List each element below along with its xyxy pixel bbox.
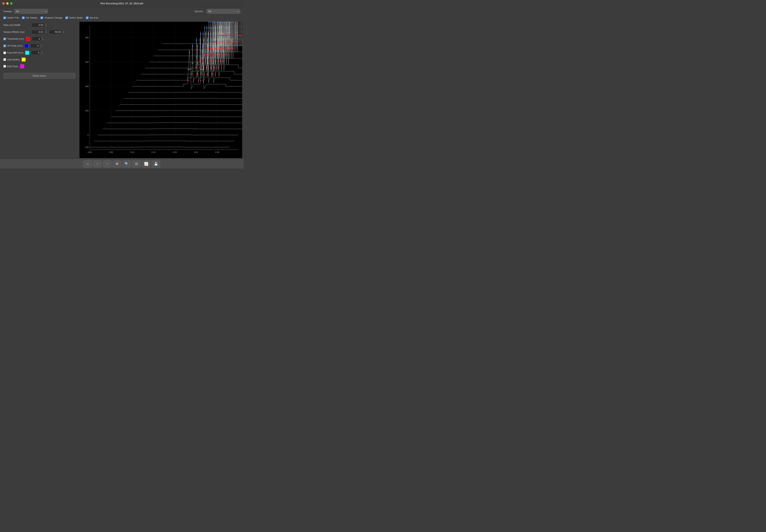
window-title: Plot Recording:2021_07_20_0010.abf (100, 2, 143, 5)
raw-line-width-label: Raw Line Width (3, 24, 30, 26)
raw-line-width-input[interactable] (31, 23, 45, 27)
ap-peak-size-spin: ▲ ▼ (30, 44, 42, 48)
set-sweep-checkbox[interactable] (22, 16, 25, 19)
fast-ahp-size-up[interactable]: ▲ (41, 51, 43, 53)
zoom-button[interactable]: 🔍 (122, 160, 131, 167)
raw-line-width-spin: ▲ ▼ (31, 23, 47, 27)
bottom-toolbar: ⌂ ← → ✥ 🔍 ⚙ 📈 💾 (0, 159, 244, 169)
sweep-offset-x-arrows: ▲ ▼ (45, 30, 47, 34)
switch-file-label: Switch File (7, 16, 19, 19)
sweep-offset-y-spin: ▲ ▼ (49, 30, 65, 34)
analysis-change-checkbox[interactable] (40, 16, 43, 19)
ap-peak-label: AP Peak (mV) (7, 44, 22, 47)
threshold-size-down[interactable]: ▼ (42, 39, 44, 41)
minimize-button[interactable] (6, 2, 9, 5)
edd-rate-label: EDD Rate (7, 65, 18, 68)
select-spike-checkbox[interactable] (65, 16, 68, 19)
set-sweep-label: Set Sweep (26, 16, 37, 19)
forward-button[interactable]: → (103, 160, 111, 167)
threshold-size-up[interactable]: ▲ (42, 37, 44, 39)
main-container: Sweeps All Selected Epochs All Selected … (0, 7, 244, 169)
fast-ahp-label: Fast AHP (mV) (7, 51, 23, 54)
threshold-checkbox[interactable] (3, 38, 6, 40)
toolbar-row2: Switch File Set Sweep Analysis Change Se… (3, 16, 240, 19)
reset-zoom-button[interactable]: Reset Zoom (3, 73, 75, 79)
sweep-offset-x-input[interactable] (31, 30, 45, 34)
threshold-color-swatch[interactable] (26, 37, 30, 41)
threshold-size-arrows: ▲ ▼ (42, 37, 44, 41)
half-widths-checkbox[interactable] (3, 58, 6, 61)
set-axis-checkbox[interactable] (86, 16, 88, 19)
threshold-size-input[interactable] (32, 37, 41, 41)
threshold-row: Threshold (mV) ▲ ▼ (3, 37, 75, 41)
ap-peak-size-input[interactable] (30, 44, 40, 48)
epochs-label: Epochs (195, 10, 203, 13)
settings-button[interactable]: ⚙ (132, 160, 141, 167)
left-panel: Raw Line Width ▲ ▼ Sweep Offsets (x/y) ▲ (0, 21, 79, 159)
sweeps-label: Sweeps (3, 10, 12, 13)
fast-ahp-checkbox[interactable] (3, 51, 6, 54)
epochs-dropdown-wrap: All Selected (207, 9, 240, 14)
window-controls (2, 2, 13, 5)
ap-peak-color-swatch[interactable] (24, 44, 28, 48)
sweep-offset-x-spin: ▲ ▼ (31, 30, 47, 34)
checkbox-switch-file[interactable]: Switch File (3, 16, 19, 19)
edd-rate-checkbox[interactable] (3, 65, 6, 68)
chart-canvas[interactable] (79, 22, 242, 158)
checkbox-set-axis[interactable]: Set Axis (86, 16, 98, 19)
checkbox-set-sweep[interactable]: Set Sweep (22, 16, 37, 19)
sweep-offset-y-input[interactable] (49, 30, 62, 34)
half-widths-row: Half-Widths (3, 57, 75, 62)
edd-rate-checkbox-wrap[interactable]: EDD Rate (3, 65, 18, 68)
raw-line-width-down[interactable]: ▼ (45, 25, 47, 27)
epochs-dropdown[interactable]: All Selected (207, 9, 240, 14)
half-widths-checkbox-wrap[interactable]: Half-Widths (3, 58, 20, 61)
pan-button[interactable]: ✥ (113, 160, 121, 167)
fast-ahp-checkbox-wrap[interactable]: Fast AHP (mV) (3, 51, 23, 54)
sweep-offset-y-up[interactable]: ▲ (63, 30, 65, 32)
raw-line-width-up[interactable]: ▲ (45, 23, 47, 25)
fast-ahp-size-arrows: ▲ ▼ (41, 51, 43, 55)
sweeps-dropdown-wrap: All Selected (14, 9, 48, 14)
titlebar: Plot Recording:2021_07_20_0010.abf (0, 0, 244, 7)
save-button[interactable]: 💾 (151, 160, 160, 167)
ap-peak-checkbox[interactable] (3, 45, 6, 47)
ap-peak-size-down[interactable]: ▼ (40, 46, 42, 48)
back-button[interactable]: ← (93, 160, 102, 167)
ap-peak-row: AP Peak (mV) ▲ ▼ (3, 44, 75, 48)
checkbox-analysis-change[interactable]: Analysis Change (40, 16, 63, 19)
close-button[interactable] (2, 2, 5, 5)
threshold-checkbox-wrap[interactable]: Threshold (mV) (3, 37, 24, 40)
maximize-button[interactable] (10, 2, 13, 5)
checkbox-select-spike[interactable]: Select Spike (65, 16, 83, 19)
content-area: Raw Line Width ▲ ▼ Sweep Offsets (x/y) ▲ (0, 21, 244, 159)
ap-peak-checkbox-wrap[interactable]: AP Peak (mV) (3, 44, 22, 47)
sweep-offset-x-down[interactable]: ▼ (45, 32, 47, 34)
sweep-offset-y-down[interactable]: ▼ (63, 32, 65, 34)
edd-rate-color-swatch[interactable] (20, 64, 24, 68)
home-button[interactable]: ⌂ (83, 160, 92, 167)
sweeps-dropdown[interactable]: All Selected (14, 9, 48, 14)
fast-ahp-size-input[interactable] (31, 51, 40, 55)
fast-ahp-color-swatch[interactable] (25, 51, 29, 55)
trend-button[interactable]: 📈 (142, 160, 150, 167)
fast-ahp-size-spin: ▲ ▼ (31, 51, 43, 55)
raw-line-width-arrows: ▲ ▼ (45, 23, 47, 27)
analysis-change-label: Analysis Change (44, 16, 63, 19)
ap-peak-size-up[interactable]: ▲ (40, 44, 42, 46)
half-widths-color-swatch[interactable] (22, 57, 26, 62)
chart-area[interactable] (79, 22, 242, 158)
set-axis-label: Set Axis (90, 16, 98, 19)
fast-ahp-row: Fast AHP (mV) ▲ ▼ (3, 51, 75, 55)
toolbar: Sweeps All Selected Epochs All Selected … (0, 7, 244, 21)
ap-peak-size-arrows: ▲ ▼ (40, 44, 42, 48)
edd-rate-row: EDD Rate (3, 64, 75, 68)
sweep-offset-x-up[interactable]: ▲ (45, 30, 47, 32)
select-spike-label: Select Spike (69, 16, 83, 19)
fast-ahp-size-down[interactable]: ▼ (41, 53, 43, 55)
sweep-offsets-label: Sweep Offsets (x/y) (3, 31, 30, 33)
threshold-label: Threshold (mV) (7, 37, 24, 40)
switch-file-checkbox[interactable] (3, 16, 6, 19)
sweep-offset-y-arrows: ▲ ▼ (63, 30, 65, 34)
sweep-offsets-row: Sweep Offsets (x/y) ▲ ▼ ▲ ▼ (3, 30, 75, 34)
